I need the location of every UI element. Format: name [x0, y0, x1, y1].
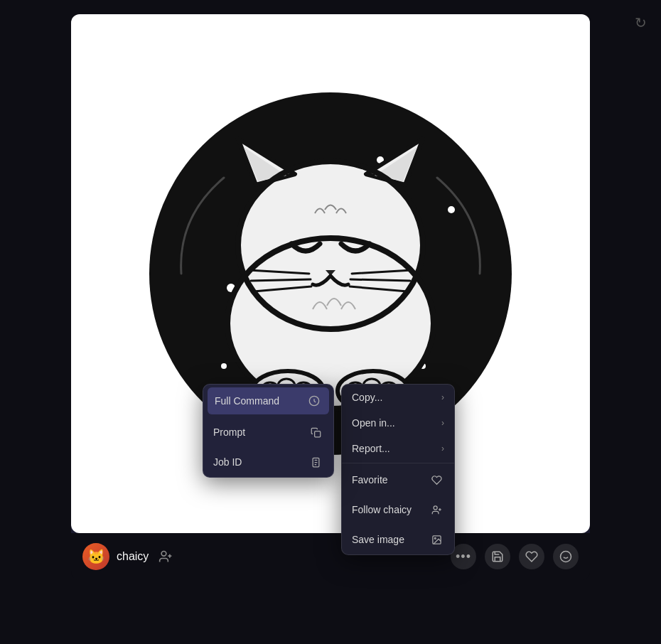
main-context-menu: Copy... › Open in... › Report... › Favor…	[341, 384, 455, 555]
bottom-bar: 🐱 chaicy •••	[71, 533, 590, 580]
menu-copy-label: Copy...	[352, 392, 382, 403]
svg-point-45	[434, 537, 436, 539]
svg-point-6	[221, 363, 227, 369]
menu-copy[interactable]: Copy... ›	[342, 385, 454, 410]
like-button[interactable]	[519, 544, 544, 569]
image-card: 🐱 chaicy •••	[71, 14, 590, 580]
context-menus: Full Command Prompt	[341, 384, 455, 555]
follow-button[interactable]	[156, 547, 176, 567]
menu-follow[interactable]: Follow chaicy	[342, 495, 454, 525]
copy-submenu: Full Command Prompt	[203, 384, 334, 478]
submenu-prompt[interactable]: Prompt	[203, 417, 333, 447]
avatar: 🐱	[82, 543, 109, 570]
job-id-icon	[308, 454, 323, 470]
svg-rect-36	[314, 431, 320, 436]
action-buttons: •••	[451, 544, 579, 569]
menu-favorite[interactable]: Favorite	[342, 465, 454, 495]
svg-point-32	[561, 552, 571, 562]
svg-line-19	[350, 279, 410, 281]
save-button[interactable]	[485, 544, 510, 569]
submenu-prompt-label: Prompt	[213, 426, 245, 438]
submenu-full-command-label: Full Command	[215, 395, 279, 407]
svg-point-29	[162, 552, 167, 557]
menu-follow-label: Follow chaicy	[352, 504, 412, 515]
menu-report[interactable]: Report... ›	[342, 436, 454, 461]
loading-spinner: ↻	[635, 14, 647, 31]
submenu-job-id[interactable]: Job ID	[203, 447, 333, 477]
copy-icon	[308, 424, 323, 440]
heart-icon	[429, 472, 444, 488]
svg-line-16	[251, 279, 311, 281]
save-image-icon	[429, 532, 444, 547]
svg-point-41	[434, 505, 437, 509]
submenu-job-id-label: Job ID	[213, 456, 242, 468]
emoji-button[interactable]	[553, 544, 579, 569]
username: chaicy	[117, 550, 149, 563]
menu-save-image[interactable]: Save image	[342, 525, 454, 554]
menu-open-in-label: Open in...	[352, 417, 395, 429]
submenu-full-command[interactable]: Full Command	[208, 387, 329, 414]
follow-icon	[429, 502, 444, 517]
chevron-right-icon: ›	[441, 392, 444, 402]
menu-favorite-label: Favorite	[352, 474, 388, 485]
user-info: 🐱 chaicy	[82, 543, 176, 570]
menu-separator	[342, 463, 454, 463]
menu-save-image-label: Save image	[352, 534, 404, 545]
main-container: ↻	[0, 0, 661, 644]
menu-open-in[interactable]: Open in... ›	[342, 410, 454, 436]
full-command-icon	[306, 393, 322, 409]
chevron-right-icon-3: ›	[441, 444, 444, 454]
chevron-right-icon-2: ›	[441, 418, 444, 428]
svg-point-3	[448, 206, 455, 213]
menu-report-label: Report...	[352, 443, 390, 454]
